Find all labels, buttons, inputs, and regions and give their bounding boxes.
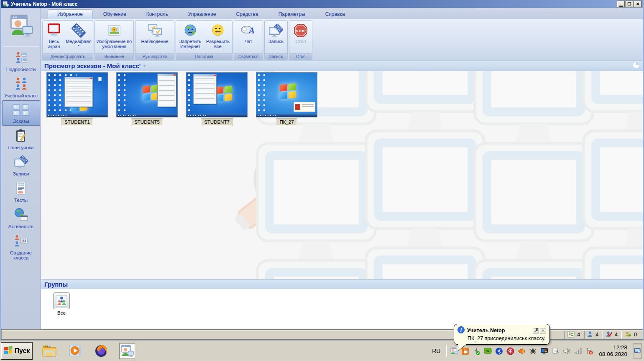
horn-icon[interactable] — [517, 347, 526, 355]
sidebar-item-label: Подробности — [6, 67, 36, 72]
ribbon-group-guidance: Наблюдение Руководство — [135, 20, 174, 60]
ribbon-group-demonstrate: Весь экран Медиафайл ▾ Демонстрировать — [42, 20, 93, 60]
usb-ok-icon[interactable] — [472, 347, 480, 355]
tab-teaching[interactable]: Обучение — [94, 10, 135, 19]
notification-close-button[interactable]: × — [540, 328, 546, 333]
desktop-icons — [258, 74, 268, 113]
ribbon-group-label[interactable]: Демонстрировать — [43, 53, 93, 59]
group-item-all[interactable]: Все — [50, 292, 73, 315]
tab-favorites[interactable]: Избранное — [48, 9, 92, 19]
show-desktop-button[interactable] — [633, 343, 642, 358]
refresh-timer-icon[interactable] — [633, 62, 639, 70]
chevron-down-icon[interactable]: ▾ — [143, 63, 146, 69]
default-image-button[interactable]: Изображение по умолчанию — [96, 22, 133, 49]
stop-sign-icon: STOP — [293, 23, 308, 38]
allow-all-button[interactable]: Разрешить все — [204, 22, 231, 49]
view-title: Просмотр эскизов - Мой класс' — [44, 62, 141, 69]
counter-value: 4 — [577, 332, 580, 338]
main-content: Избранное Обучение Контроль Управление С… — [41, 8, 643, 330]
windows-logo — [143, 85, 159, 100]
title-bar[interactable]: Учитель Netop - Мой класс ▁ ❐ ✕ — [1, 0, 643, 8]
class-people-icon — [14, 77, 28, 92]
sidebar-item-label: План урока — [8, 145, 33, 150]
media-player-icon[interactable] — [67, 343, 83, 359]
sidebar-item-activity[interactable]: Активность — [2, 205, 40, 231]
netop-tray-icon[interactable] — [450, 347, 458, 355]
action-flag-icon[interactable] — [585, 347, 593, 355]
stop-button[interactable]: STOP Стоп — [290, 22, 311, 44]
mediafile-button[interactable]: Медиафайл ▾ — [65, 22, 92, 47]
notification-options-button[interactable] — [533, 328, 539, 333]
download-manager-icon[interactable] — [506, 347, 514, 355]
sidebar-item-thumbnails[interactable]: Эскизы — [2, 100, 40, 126]
tab-control[interactable]: Контроль — [137, 10, 177, 19]
student-thumbnail[interactable]: STUDENT7 — [186, 72, 248, 126]
ribbon-group-label[interactable]: Запись — [265, 53, 287, 59]
sidebar-item-class[interactable]: Учебный класс — [2, 74, 40, 100]
restore-button[interactable]: ❐ — [626, 1, 633, 7]
record-button[interactable]: Запись — [266, 22, 286, 44]
display-tray-icon[interactable] — [540, 347, 548, 355]
file-explorer-icon[interactable] — [41, 343, 57, 359]
tab-management[interactable]: Управление — [179, 10, 225, 19]
ribbon-group-policy: Запретить Интернет Разрешить все — [176, 20, 233, 60]
sidebar-item-details[interactable]: Подробности — [2, 48, 40, 74]
activity-globe-icon — [13, 208, 28, 223]
antivirus-icon[interactable] — [529, 347, 537, 355]
netop-taskbar-button[interactable] — [119, 343, 135, 359]
observe-monitors-icon — [147, 23, 163, 38]
taskbar-clock[interactable]: 12:28 08.06.2020 — [596, 344, 630, 358]
minimize-button[interactable]: ▁ — [617, 1, 625, 7]
ribbon-group-label[interactable]: Руководство — [135, 53, 174, 59]
ribbon-group-label[interactable]: Связаться — [234, 53, 263, 59]
student-desktop-preview[interactable] — [256, 72, 317, 117]
tab-help[interactable]: Справка — [316, 10, 354, 19]
start-label: Пуск — [15, 347, 30, 355]
bluetooth-icon[interactable] — [495, 347, 503, 355]
sidebar-item-lesson-plan[interactable]: План урока — [2, 126, 40, 152]
close-button[interactable]: ✕ — [634, 1, 641, 7]
student-icon — [587, 331, 593, 338]
plug-icon[interactable] — [551, 347, 560, 355]
chat-button[interactable]: A Чат — [235, 22, 262, 44]
ribbon-group-label[interactable]: Внимание — [95, 53, 133, 59]
button-label: Запретить Интернет — [177, 39, 204, 49]
volume-icon[interactable] — [562, 347, 571, 355]
chat-icon: A — [240, 23, 257, 38]
student-thumbnail[interactable]: STUDENT1 — [46, 72, 108, 126]
ribbon-group-contact: A Чат Связаться — [234, 20, 263, 60]
sidebar-item-tests[interactable]: Тесты — [2, 178, 40, 205]
tab-options[interactable]: Параметры — [269, 10, 314, 19]
button-label: Стоп — [296, 39, 306, 44]
firefox-icon[interactable] — [93, 343, 109, 359]
open-window — [64, 77, 93, 107]
student-desktop-preview[interactable] — [116, 72, 178, 117]
sidebar-item-create-class[interactable]: Создание класса — [2, 231, 40, 262]
deny-internet-button[interactable]: Запретить Интернет — [177, 22, 204, 49]
clock-date: 08.06.2020 — [599, 351, 627, 358]
fullscreen-button[interactable]: Весь экран — [43, 22, 64, 49]
student-desktop-preview[interactable] — [186, 72, 248, 117]
sidebar-item-recordings[interactable]: Записи — [2, 152, 40, 178]
counter-active: 0 — [622, 331, 641, 339]
ribbon-group-stop: STOP Стоп Стоп — [289, 20, 312, 60]
language-indicator[interactable]: RU — [429, 347, 443, 355]
signal-bars-icon[interactable] — [574, 347, 582, 355]
student-thumbnail[interactable]: ПК_27 — [256, 72, 317, 126]
counter-value: 4 — [595, 332, 598, 338]
messenger-icon[interactable]: w — [483, 347, 492, 355]
ribbon-group-label[interactable]: Стоп — [289, 53, 312, 59]
counter-students: 4 — [584, 331, 603, 339]
groups-title: Группы — [44, 281, 68, 288]
quick-launch — [41, 343, 135, 359]
start-button[interactable]: Пуск — [1, 343, 32, 359]
student-desktop-preview[interactable] — [46, 72, 108, 117]
class-photo-icon — [567, 331, 575, 339]
sidebar-item-label: Создание класса — [3, 250, 40, 260]
tab-tools[interactable]: Средства — [227, 10, 268, 19]
groups-header: Группы — [41, 279, 643, 289]
sidebar-divider — [3, 46, 39, 47]
ribbon-group-label[interactable]: Политика — [176, 53, 232, 59]
observe-button[interactable]: Наблюдение — [136, 22, 173, 44]
student-thumbnail[interactable]: STUDENT5 — [116, 72, 178, 126]
